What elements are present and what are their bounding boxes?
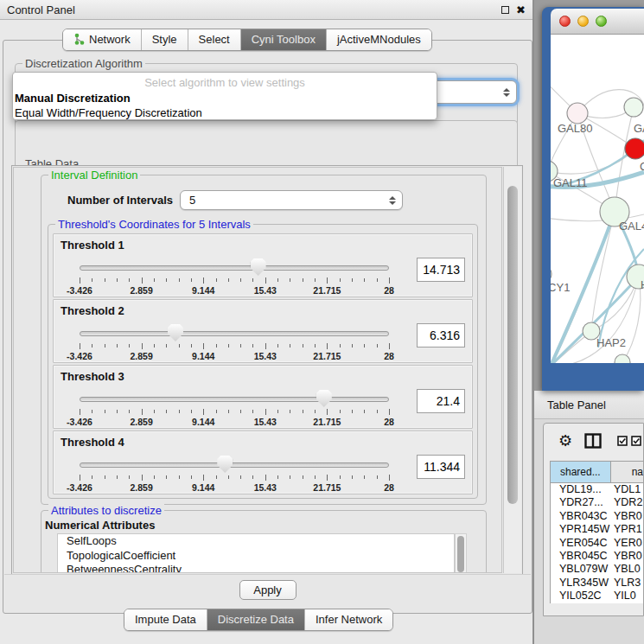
table-row[interactable]: YBL079WYBL0 <box>551 563 643 576</box>
dropdown-item-manual-discretization[interactable]: Manual Discretization <box>13 91 437 105</box>
zoom-traffic-light[interactable] <box>596 16 607 27</box>
slider-tick <box>340 278 341 282</box>
cell-shared-name[interactable]: YBR045C <box>551 550 611 563</box>
cell-name[interactable]: YPR1 <box>611 523 643 536</box>
cell-shared-name[interactable]: YIL052C <box>551 590 611 603</box>
threshold-value-field[interactable]: 11.344 <box>417 455 465 479</box>
slider-handle[interactable] <box>316 390 332 407</box>
cell-shared-name[interactable]: YDL19... <box>551 483 611 496</box>
threshold-value-field[interactable]: 21.4 <box>417 389 465 413</box>
table-row[interactable]: YLR345WYLR3 <box>551 577 643 590</box>
network-canvas[interactable]: GAL80GACGAL11GAL4GCY1HHAP2 <box>551 35 644 363</box>
cell-shared-name[interactable]: YDR27... <box>551 496 611 509</box>
close-traffic-light[interactable] <box>559 16 571 27</box>
slider-tick <box>240 344 241 348</box>
number-of-intervals-combobox[interactable]: 5 <box>180 190 403 210</box>
split-columns-icon[interactable] <box>584 433 602 449</box>
tab-infer-network[interactable]: Infer Network <box>305 609 392 630</box>
slider-track[interactable] <box>80 265 389 271</box>
tab-network[interactable]: Network <box>63 29 142 50</box>
network-node-node-top-right[interactable] <box>624 98 643 117</box>
gear-icon[interactable]: ⚙ <box>558 433 572 449</box>
threshold-panel: Threshold 1-3.4262.8599.14415.4321.71528… <box>53 233 473 297</box>
scrollbar-thumb[interactable] <box>457 536 464 572</box>
network-node-node-bottom[interactable] <box>615 354 630 363</box>
slider-handle[interactable] <box>251 258 266 276</box>
cell-shared-name[interactable]: YLR345W <box>551 577 611 590</box>
checkbox-icon[interactable] <box>617 436 628 446</box>
scrollbar-thumb[interactable] <box>507 186 518 504</box>
slider-track[interactable] <box>80 397 389 402</box>
table-row[interactable]: YER054CYER0 <box>551 537 643 550</box>
cell-shared-name[interactable]: YPR145W <box>551 523 611 536</box>
slider-tick <box>166 475 167 479</box>
column-header-shared-name[interactable]: shared... <box>551 462 611 482</box>
float-window-icon[interactable] <box>501 6 509 14</box>
node-table: shared... na YDL19...YDL1YDR27...YDR2YBR… <box>550 461 643 615</box>
slider-tick <box>203 343 204 349</box>
cell-name[interactable]: YDR2 <box>611 496 643 509</box>
table-row[interactable]: YIL052CYIL0 <box>551 590 643 603</box>
slider-tick <box>290 410 290 413</box>
attribute-list-item[interactable]: TopologicalCoefficient <box>58 549 454 564</box>
table-row[interactable]: YPR145WYPR1 <box>551 523 643 536</box>
apply-button[interactable]: Apply <box>239 580 296 600</box>
network-node-GAL80[interactable] <box>567 103 588 124</box>
slider-tick-label: 15.43 <box>254 351 277 361</box>
cell-name[interactable]: YBR0 <box>611 550 643 563</box>
slider-tick <box>142 475 143 481</box>
attributes-scrollbar[interactable] <box>455 533 467 573</box>
tab-discretize-data[interactable]: Discretize Data <box>207 609 305 630</box>
slider-tick <box>117 344 118 348</box>
table-row[interactable]: YBR043CYBR0 <box>551 510 643 523</box>
numerical-attributes-list[interactable]: SelfLoopsTopologicalCoefficientBetweenne… <box>57 533 455 573</box>
attribute-list-item[interactable]: BetweennessCentrality <box>58 563 454 573</box>
slider-handle[interactable] <box>217 456 233 473</box>
close-icon[interactable]: ✖ <box>516 6 526 14</box>
slider-track[interactable] <box>80 331 389 336</box>
slider-tick <box>265 277 266 284</box>
cell-name[interactable]: YBL0 <box>611 563 643 576</box>
slider-tick <box>179 278 180 282</box>
cell-name[interactable]: YLR3 <box>611 577 643 590</box>
slider-tick <box>340 344 341 348</box>
slider-handle[interactable] <box>168 324 183 341</box>
bottom-tab-bar: Impute Data Discretize Data Infer Networ… <box>124 609 393 631</box>
slider-tick-label: 2.859 <box>130 351 152 361</box>
table-row[interactable]: YBR045CYBR0 <box>551 550 643 563</box>
slider-track[interactable] <box>80 462 389 468</box>
tab-jactivemnodules[interactable]: jActiveMNodules <box>327 29 431 50</box>
cell-name[interactable]: YIL0 <box>611 590 643 603</box>
cell-name[interactable]: YBR0 <box>611 510 643 523</box>
table-toolbar: ⚙ <box>544 424 643 458</box>
slider-tick <box>216 410 217 413</box>
slider-tick <box>80 409 80 415</box>
slider-tick <box>80 475 80 481</box>
slider-tick <box>216 344 217 348</box>
node-label: C <box>640 160 644 173</box>
table-row[interactable]: YDL19...YDL1 <box>551 483 643 496</box>
network-node-GCY1[interactable] <box>551 265 552 283</box>
cell-shared-name[interactable]: YBR043C <box>551 510 611 523</box>
checkbox-icon[interactable] <box>631 436 641 446</box>
threshold-value-field[interactable]: 14.713 <box>417 258 465 282</box>
tab-select[interactable]: Select <box>188 29 241 50</box>
table-row[interactable]: YDR27...YDR2 <box>551 496 643 509</box>
minimize-traffic-light[interactable] <box>577 16 589 27</box>
slider-tick <box>191 278 192 282</box>
threshold-value-field[interactable]: 6.316 <box>417 323 465 348</box>
column-header-name[interactable]: na <box>611 462 643 482</box>
dropdown-item-equal-width-frequency[interactable]: Equal Width/Frequency Discretization <box>13 105 437 120</box>
dropdown-hint-item[interactable]: Select algorithm to view settings <box>13 74 437 91</box>
cell-shared-name[interactable]: YBL079W <box>551 563 611 576</box>
tab-style[interactable]: Style <box>142 29 188 50</box>
tab-impute-data[interactable]: Impute Data <box>124 609 207 630</box>
main-scrollbar[interactable] <box>503 167 521 573</box>
cell-shared-name[interactable]: YER054C <box>551 537 611 550</box>
cell-name[interactable]: YDL1 <box>611 483 643 496</box>
tab-cyni-toolbox[interactable]: Cyni Toolbox <box>241 29 327 50</box>
slider-tick <box>154 475 155 479</box>
cell-name[interactable]: YER0 <box>611 537 643 550</box>
attribute-list-item[interactable]: SelfLoops <box>58 534 454 549</box>
network-node-red-node[interactable] <box>625 138 644 159</box>
